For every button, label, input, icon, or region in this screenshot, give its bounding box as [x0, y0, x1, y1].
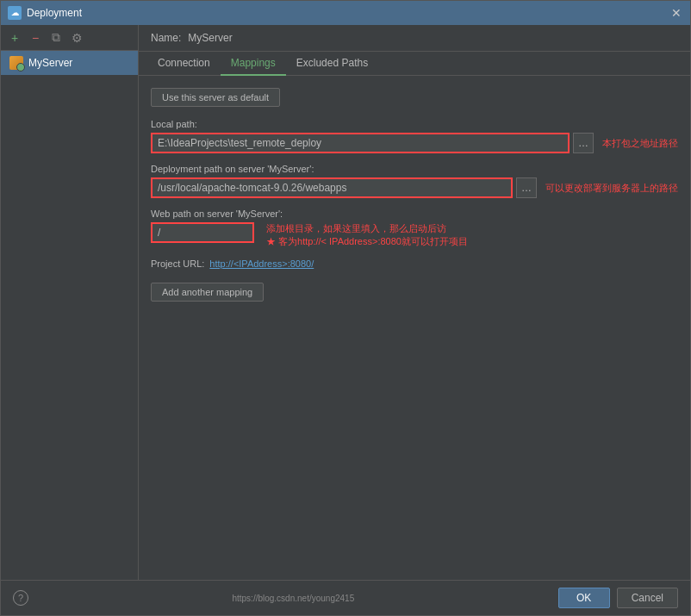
local-path-input[interactable] [151, 133, 570, 153]
name-value: MyServer [188, 32, 232, 44]
local-path-annotation: 本打包之地址路径 [602, 137, 678, 150]
web-path-annotation-line1: 添加根目录，如果这里填入，那么启动后访 [266, 222, 468, 235]
web-path-row: 添加根目录，如果这里填入，那么启动后访 ★ 客为http://< IPAddre… [151, 222, 678, 248]
name-label: Name: [151, 32, 181, 44]
tab-mappings[interactable]: Mappings [221, 52, 286, 76]
project-url-row: Project URL: http://<IPAddress>:8080/ [151, 258, 678, 269]
bottom-actions: OK Cancel [558, 588, 678, 608]
local-path-row: … 本打包之地址路径 [151, 133, 678, 153]
deployment-path-browse-button[interactable]: … [516, 177, 537, 198]
local-path-browse-button[interactable]: … [573, 133, 594, 153]
sidebar-item-label: MyServer [28, 57, 72, 69]
tabs-bar: Connection Mappings Excluded Paths [139, 52, 690, 76]
server-icon [9, 56, 23, 70]
sidebar: + − ⧉ ⚙ MyServer [1, 25, 139, 580]
cancel-button[interactable]: Cancel [617, 588, 678, 608]
use-server-default-button[interactable]: Use this server as default [151, 88, 280, 107]
web-path-annotation-line2: ★ 客为http://< IPAddress>:8080就可以打开项目 [266, 235, 468, 248]
deployment-path-row: … 可以更改部署到服务器上的路径 [151, 177, 678, 198]
project-url-label: Project URL: [151, 258, 204, 269]
deployment-path-annotation: 可以更改部署到服务器上的路径 [545, 182, 678, 195]
copy-server-button[interactable]: ⧉ [47, 29, 65, 47]
web-path-input[interactable] [151, 222, 254, 243]
ok-button[interactable]: OK [558, 588, 610, 608]
deployment-dialog: ☁ Deployment ✕ + − ⧉ ⚙ MyServer Name: [0, 0, 691, 616]
content-area: Name: MyServer Connection Mappings Exclu… [139, 25, 690, 580]
web-path-label: Web path on server 'MyServer': [151, 208, 678, 219]
tab-connection[interactable]: Connection [147, 52, 221, 76]
title-bar: ☁ Deployment ✕ [1, 1, 690, 25]
tab-excluded-paths[interactable]: Excluded Paths [286, 52, 378, 76]
status-bar-text: https://blog.csdn.net/young2415 [232, 594, 354, 603]
deployment-path-label: Deployment path on server 'MyServer': [151, 164, 678, 174]
deployment-path-group: Deployment path on server 'MyServer': … … [151, 164, 678, 198]
deployment-path-input[interactable] [151, 177, 513, 198]
bottom-bar: ? https://blog.csdn.net/young2415 OK Can… [1, 580, 690, 615]
close-button[interactable]: ✕ [669, 6, 683, 20]
sidebar-item-myserver[interactable]: MyServer [1, 51, 138, 75]
add-another-mapping-button[interactable]: Add another mapping [151, 283, 264, 302]
add-server-button[interactable]: + [6, 29, 23, 47]
help-button[interactable]: ? [13, 590, 28, 606]
remove-server-button[interactable]: − [27, 29, 44, 47]
window-title: Deployment [27, 7, 82, 19]
web-path-group: Web path on server 'MyServer': 添加根目录，如果这… [151, 208, 678, 248]
title-bar-left: ☁ Deployment [8, 6, 82, 20]
sidebar-toolbar: + − ⧉ ⚙ [1, 25, 138, 51]
local-path-group: Local path: … 本打包之地址路径 [151, 119, 678, 153]
project-url-link[interactable]: http://<IPAddress>:8080/ [209, 258, 314, 269]
mappings-tab-content: Use this server as default Local path: …… [139, 76, 690, 580]
main-content: + − ⧉ ⚙ MyServer Name: MyServer Connecti… [1, 25, 690, 580]
name-bar: Name: MyServer [139, 25, 690, 52]
deployment-icon: ☁ [8, 6, 22, 20]
settings-server-button[interactable]: ⚙ [68, 29, 85, 47]
local-path-label: Local path: [151, 119, 678, 129]
